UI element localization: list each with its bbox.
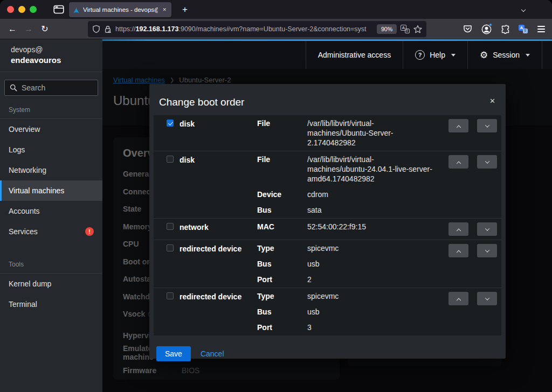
reorder-buttons xyxy=(440,155,497,215)
translate-icon[interactable]: A文 xyxy=(401,25,410,33)
boot-order-list: diskFile/var/lib/libvirt/virtual-machine… xyxy=(154,115,501,335)
move-up-button[interactable] xyxy=(448,292,468,305)
prop-label: Port xyxy=(257,275,307,284)
prop-label: Type xyxy=(257,291,307,301)
move-up-button[interactable] xyxy=(448,222,468,236)
move-down-button[interactable] xyxy=(477,222,497,236)
checkbox-cell xyxy=(167,155,180,215)
prop-label: File xyxy=(257,118,307,148)
sidebar-item-label: Networking xyxy=(9,166,46,174)
sidebar-item-label: Overview xyxy=(9,125,40,134)
chevron-up-icon xyxy=(456,250,460,254)
prop-value: 52:54:00:22:f9:15 xyxy=(307,222,440,232)
sidebar-item-accounts[interactable]: Accounts xyxy=(0,201,102,221)
reload-button[interactable]: ↻ xyxy=(37,22,53,37)
browser-window: Virtual machines - devops@end ✕ + ← → ↻ … xyxy=(0,0,552,392)
bookmark-star-icon[interactable] xyxy=(413,25,422,33)
lock-warning-icon[interactable] xyxy=(104,25,112,33)
checkbox-cell xyxy=(167,118,180,148)
menu-hamburger-icon[interactable] xyxy=(536,24,547,34)
prop-value: spicevmc xyxy=(307,291,440,301)
tracking-shield-icon[interactable] xyxy=(92,25,100,33)
zoom-level-badge[interactable]: 90% xyxy=(377,24,397,34)
chevron-down-icon xyxy=(521,8,526,12)
boot-device-checkbox[interactable] xyxy=(167,223,174,230)
chevron-up-icon xyxy=(456,161,460,165)
minimize-window-button[interactable] xyxy=(18,6,25,13)
address-bar[interactable]: https://192.168.1.173:9090/machines#vm?n… xyxy=(88,21,426,37)
new-tab-button[interactable]: + xyxy=(178,3,192,17)
help-icon: ? xyxy=(415,50,425,60)
move-down-button[interactable] xyxy=(477,155,497,169)
search-container: Search xyxy=(0,72,102,103)
chevron-down-icon xyxy=(485,296,489,300)
move-down-button[interactable] xyxy=(477,292,497,305)
chevron-up-icon xyxy=(456,125,460,129)
chevron-down-icon xyxy=(526,54,530,57)
close-window-button[interactable] xyxy=(7,6,14,13)
boot-row: redirected deviceTypespicevmcBususbPort2 xyxy=(154,240,501,288)
move-up-button[interactable] xyxy=(448,244,468,257)
extensions-puzzle-icon[interactable] xyxy=(500,24,510,34)
reorder-buttons xyxy=(440,291,497,332)
boot-device-props: File/var/lib/libvirt/virtual-machines/Ub… xyxy=(257,118,440,148)
sidebar-item-networking[interactable]: Networking xyxy=(0,160,102,180)
move-down-button[interactable] xyxy=(477,244,497,257)
prop-value: /var/lib/libvirt/virtual-machines/Ubuntu… xyxy=(307,118,440,148)
sidebar-item-virtual-machines[interactable]: Virtual machines xyxy=(0,180,102,201)
search-input[interactable]: Search xyxy=(4,80,98,96)
translate-active-icon[interactable]: A文 xyxy=(519,25,528,33)
boot-device-checkbox[interactable] xyxy=(167,156,174,163)
prop-label: Type xyxy=(257,243,307,253)
forward-button[interactable]: → xyxy=(20,22,37,37)
browser-tab[interactable]: Virtual machines - devops@end ✕ xyxy=(69,2,171,17)
sidebar-item-logs[interactable]: Logs xyxy=(0,139,102,160)
boot-device-checkbox[interactable] xyxy=(167,292,174,299)
back-button[interactable]: ← xyxy=(4,22,20,37)
gear-icon: ⚙ xyxy=(480,51,488,60)
prop-label: File xyxy=(257,155,307,184)
sidebar-item-services[interactable]: Services! xyxy=(0,221,102,242)
sidebar-item-overview[interactable]: Overview xyxy=(0,119,102,139)
boot-device-checkbox[interactable] xyxy=(167,244,174,251)
dialog-header: Change boot order ✕ xyxy=(149,84,506,115)
sidebar-item-label: Virtual machines xyxy=(9,186,64,195)
sidebar-item-label: Services xyxy=(9,227,38,236)
maximize-window-button[interactable] xyxy=(30,6,37,13)
prop-value: spicevmc xyxy=(307,243,440,253)
firefox-view-icon[interactable] xyxy=(53,4,65,15)
sidebar-item-label: Terminal xyxy=(9,300,37,309)
chevron-down-icon xyxy=(451,54,456,57)
tab-title: Virtual machines - devops@end xyxy=(83,6,158,13)
dialog-title: Change boot order xyxy=(159,96,496,108)
content-area: Administrative access ? Help ⚙ Session V… xyxy=(102,39,552,392)
help-menu[interactable]: ? Help xyxy=(403,41,467,69)
sidebar-item-kernel-dump[interactable]: Kernel dump xyxy=(0,274,102,294)
boot-device-props: TypespicevmcBususbPort2 xyxy=(257,243,440,284)
boot-device-props: File/var/lib/libvirt/virtual-machines/ub… xyxy=(257,155,440,215)
account-notification-dot xyxy=(489,23,492,26)
boot-device-checkbox[interactable] xyxy=(167,120,174,127)
save-button[interactable]: Save xyxy=(156,346,191,361)
reorder-buttons xyxy=(440,118,497,148)
sidebar-item-terminal[interactable]: Terminal xyxy=(0,294,102,314)
pocket-icon[interactable] xyxy=(462,24,473,34)
session-menu[interactable]: ⚙ Session xyxy=(467,41,542,69)
close-icon[interactable]: ✕ xyxy=(489,97,495,105)
logged-in-user: devops@ endeavouros xyxy=(0,39,102,72)
list-all-tabs-button[interactable] xyxy=(518,5,529,15)
search-icon xyxy=(10,84,17,92)
prop-value: /var/lib/libvirt/virtual-machines/ubuntu… xyxy=(307,155,440,184)
move-down-button[interactable] xyxy=(477,119,497,132)
administrative-access-button[interactable]: Administrative access xyxy=(306,41,403,69)
move-up-button[interactable] xyxy=(448,119,468,132)
tab-close-icon[interactable]: ✕ xyxy=(161,6,168,13)
move-up-button[interactable] xyxy=(448,155,468,169)
prop-value: cdrom xyxy=(307,190,440,199)
boot-row: redirected deviceTypespicevmcBususbPort3 xyxy=(154,288,501,335)
cancel-button[interactable]: Cancel xyxy=(201,349,224,358)
nav-section-title: Tools xyxy=(0,257,102,274)
account-icon[interactable] xyxy=(481,24,492,34)
browser-tab-bar: Virtual machines - devops@end ✕ + xyxy=(0,0,552,19)
boot-device-props: TypespicevmcBususbPort3 xyxy=(257,291,440,332)
